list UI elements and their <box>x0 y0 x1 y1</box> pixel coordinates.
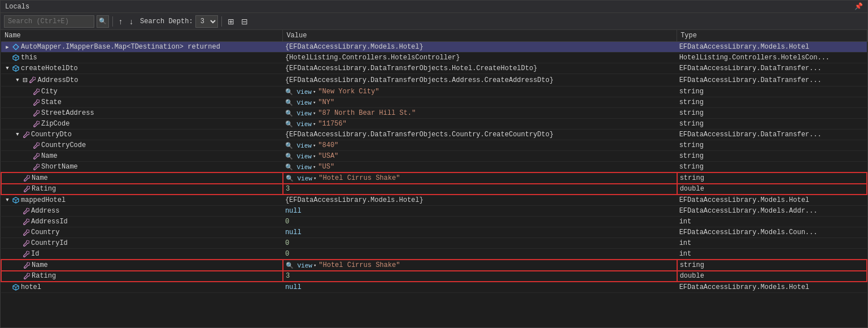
table-row[interactable]: ▼ mappedHotel{EFDataAccessLibrary.Models… <box>1 195 867 206</box>
icon1-button[interactable]: ⊞ <box>225 16 237 27</box>
table-row[interactable]: ▼ CountryDto{EFDataAccessLibrary.DataTra… <box>1 130 867 140</box>
expand-button[interactable]: ▶ <box>3 43 11 51</box>
svg-point-28 <box>24 256 24 256</box>
expand-button[interactable]: ▼ <box>3 196 11 204</box>
table-row[interactable]: ▼⊟ AddressDto{EFDataAccessLibrary.DataTr… <box>1 74 867 87</box>
divider-2 <box>221 16 222 27</box>
dropdown-arrow-icon[interactable]: ▾ <box>313 164 316 170</box>
wrench-icon <box>33 141 41 149</box>
variable-type: string <box>677 87 867 97</box>
variable-type: EFDataAccessLibrary.Models.Hotel <box>677 195 867 206</box>
dropdown-arrow-icon[interactable]: ▾ <box>313 262 316 269</box>
table-row[interactable]: ▶ AutoMapper.IMapperBase.Map<TDestinatio… <box>1 42 867 53</box>
expand-button[interactable]: ▼ <box>3 64 11 72</box>
table-row[interactable]: State🔍 View▾"NY"string <box>1 97 867 108</box>
variable-type: string <box>677 260 867 271</box>
view-link[interactable]: 🔍 View <box>285 99 312 106</box>
table-row[interactable]: Name🔍 View▾"USA"string <box>1 151 867 162</box>
table-row[interactable]: AddressnullEFDataAccessLibrary.Models.Ad… <box>1 206 867 217</box>
depth-select[interactable]: 3 1 2 4 5 <box>195 15 218 28</box>
svg-point-16 <box>34 158 34 158</box>
table-container: Name Value Type ▶ AutoMapper.IMapperBase… <box>1 30 867 327</box>
view-link[interactable]: 🔍 View <box>286 262 312 269</box>
variable-name: CountryCode <box>41 141 86 149</box>
table-row[interactable]: Rating3double <box>1 271 867 282</box>
variable-name: hotel <box>21 283 41 291</box>
svg-point-24 <box>24 213 24 213</box>
pin-icon[interactable]: 📌 <box>854 2 863 11</box>
table-row[interactable]: ShortName🔍 View▾"US"string <box>1 162 867 173</box>
table-row[interactable]: AddressId0int <box>1 217 867 227</box>
expand-button[interactable]: ▼ <box>14 76 21 84</box>
dropdown-arrow-icon[interactable]: ▾ <box>313 110 316 116</box>
variable-name: AddressDto <box>37 76 78 84</box>
view-link[interactable]: 🔍 View <box>285 142 312 149</box>
svg-point-17 <box>34 169 34 169</box>
variable-value: "USA" <box>318 152 338 160</box>
dropdown-arrow-icon[interactable]: ▾ <box>313 153 316 159</box>
variable-value: 3 <box>286 185 290 193</box>
locals-window: Locals 📌 🔍 ↑ ↓ Search Depth: 3 1 2 4 5 ⊞… <box>0 0 868 328</box>
cube-icon <box>12 283 21 291</box>
variable-type: int <box>677 217 867 227</box>
variable-type: int <box>677 249 867 260</box>
window-title: Locals <box>5 3 29 11</box>
variable-value: "NY" <box>318 98 334 106</box>
table-row[interactable]: City🔍 View▾"New York City"string <box>1 87 867 97</box>
table-row[interactable]: ZipCode🔍 View▾"11756"string <box>1 119 867 130</box>
expand-button[interactable]: ▼ <box>14 131 21 139</box>
down-button[interactable]: ↓ <box>127 16 136 27</box>
table-row[interactable]: ▼ createHotelDto{EFDataAccessLibrary.Dat… <box>1 63 867 74</box>
svg-point-26 <box>24 234 24 235</box>
svg-point-14 <box>24 136 24 137</box>
table-row[interactable]: Rating3double <box>1 184 867 195</box>
variable-type: double <box>677 271 867 282</box>
search-button[interactable]: 🔍 <box>97 15 109 28</box>
table-row[interactable]: hotelnullEFDataAccessLibrary.Models.Hote… <box>1 282 867 293</box>
variable-name: AutoMapper.IMapperBase.Map<TDestination>… <box>21 43 220 51</box>
svg-line-22 <box>16 198 19 200</box>
dropdown-arrow-icon[interactable]: ▾ <box>313 143 316 149</box>
dropdown-arrow-icon[interactable]: ▾ <box>313 175 316 182</box>
variable-type: EFDataAccessLibrary.Models.Addr... <box>677 206 867 217</box>
table-body: ▶ AutoMapper.IMapperBase.Map<TDestinatio… <box>1 42 867 293</box>
variable-name: StreetAddress <box>41 109 94 117</box>
table-row[interactable]: CountryCode🔍 View▾"840"string <box>1 140 867 151</box>
up-button[interactable]: ↑ <box>116 16 125 27</box>
icon2-button[interactable]: ⊟ <box>239 16 250 27</box>
cube-icon <box>12 54 21 62</box>
variable-type: string <box>677 108 867 119</box>
wrench-icon <box>23 174 32 182</box>
variable-value: "New York City" <box>318 88 379 96</box>
table-row[interactable]: StreetAddress🔍 View▾"87 North Bear Hill … <box>1 108 867 119</box>
view-link[interactable]: 🔍 View <box>285 110 312 117</box>
svg-point-10 <box>34 93 34 94</box>
variable-name: CountryDto <box>31 131 72 139</box>
view-link[interactable]: 🔍 View <box>285 153 312 160</box>
variable-type: EFDataAccessLibrary.Models.Hotel <box>677 282 867 293</box>
table-row[interactable]: Name🔍 View▾"Hotel Cirrus Shake"string <box>1 260 867 271</box>
variable-type: int <box>677 238 867 249</box>
view-link[interactable]: 🔍 View <box>285 163 312 171</box>
search-input[interactable] <box>4 15 94 28</box>
table-row[interactable]: CountryId0int <box>1 238 867 249</box>
view-link[interactable]: 🔍 View <box>285 120 312 128</box>
svg-line-6 <box>13 67 16 68</box>
variable-name: Name <box>41 152 58 160</box>
table-row[interactable]: Id0int <box>1 249 867 260</box>
variable-name: Rating <box>32 185 56 193</box>
wrench-icon <box>33 152 41 160</box>
variable-value: "11756" <box>318 120 346 128</box>
variable-value: {EFDataAccessLibrary.Models.Hotel} <box>285 43 424 51</box>
table-row[interactable]: CountrynullEFDataAccessLibrary.Models.Co… <box>1 227 867 238</box>
dropdown-arrow-icon[interactable]: ▾ <box>313 100 316 106</box>
variable-name: ZipCode <box>41 120 69 128</box>
locals-table: Name Value Type ▶ AutoMapper.IMapperBase… <box>1 30 867 293</box>
view-link[interactable]: 🔍 View <box>286 175 312 182</box>
table-row[interactable]: Name🔍 View▾"Hotel Cirrus Shake"string <box>1 172 867 184</box>
table-row[interactable]: this{HotelListing.Controllers.HotelsCont… <box>1 53 867 63</box>
dropdown-arrow-icon[interactable]: ▾ <box>313 121 316 127</box>
dropdown-arrow-icon[interactable]: ▾ <box>313 89 316 95</box>
view-link[interactable]: 🔍 View <box>285 88 312 96</box>
variable-name: ShortName <box>41 163 78 171</box>
